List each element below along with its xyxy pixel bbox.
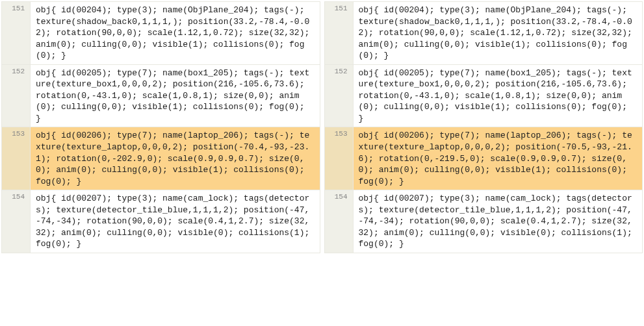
code-line[interactable]: obj{ id(00207); type(3); name(cam_lock);…	[31, 190, 320, 253]
line-number: 153	[325, 127, 354, 190]
code-line[interactable]: obj{ id(00206); type(7); name(laptop_206…	[354, 127, 643, 190]
line-number: 152	[325, 65, 354, 127]
diff-row[interactable]: 152 obj{ id(00205); type(7); name(box1_2…	[325, 65, 643, 128]
line-number: 151	[325, 2, 354, 64]
code-line[interactable]: obj{ id(00206); type(7); name(laptop_206…	[31, 127, 320, 190]
diff-pane-right: 151 obj{ id(00204); type(3); name(ObjPla…	[324, 1, 643, 253]
line-number: 153	[2, 127, 31, 190]
code-line[interactable]: obj{ id(00207); type(3); name(cam_lock);…	[354, 190, 643, 253]
line-number: 154	[2, 190, 31, 253]
code-line[interactable]: obj{ id(00205); type(7); name(box1_205);…	[354, 65, 643, 127]
diff-pane-left: 151 obj{ id(00204); type(3); name(ObjPla…	[1, 1, 320, 253]
code-line[interactable]: obj{ id(00205); type(7); name(box1_205);…	[31, 65, 320, 127]
diff-row[interactable]: 152 obj{ id(00205); type(7); name(box1_2…	[2, 65, 320, 128]
line-number: 154	[325, 190, 354, 253]
diff-row[interactable]: 151 obj{ id(00204); type(3); name(ObjPla…	[2, 2, 320, 65]
line-number: 151	[2, 2, 31, 64]
diff-row[interactable]: 154 obj{ id(00207); type(3); name(cam_lo…	[325, 190, 643, 253]
diff-row[interactable]: 151 obj{ id(00204); type(3); name(ObjPla…	[325, 2, 643, 65]
diff-view: 151 obj{ id(00204); type(3); name(ObjPla…	[1, 1, 643, 253]
code-line[interactable]: obj{ id(00204); type(3); name(ObjPlane_2…	[354, 2, 643, 64]
diff-row[interactable]: 154 obj{ id(00207); type(3); name(cam_lo…	[2, 190, 320, 253]
code-line[interactable]: obj{ id(00204); type(3); name(ObjPlane_2…	[31, 2, 320, 64]
line-number: 152	[2, 65, 31, 127]
diff-row-changed[interactable]: 153 obj{ id(00206); type(7); name(laptop…	[325, 127, 643, 190]
diff-row-changed[interactable]: 153 obj{ id(00206); type(7); name(laptop…	[2, 127, 320, 190]
